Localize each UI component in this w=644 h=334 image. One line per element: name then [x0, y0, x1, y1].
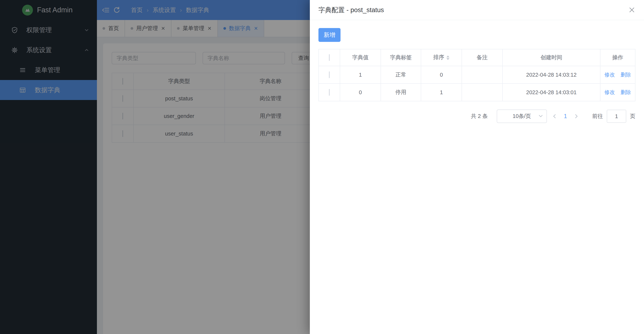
- row-checkbox[interactable]: [329, 89, 330, 96]
- drawer-body: 新增 字典值 字典标签 排序 备注 创建时间: [310, 20, 644, 123]
- table-row[interactable]: 1 正常 0 2022-04-28 14:03:12 修改删除: [319, 66, 635, 83]
- row-checkbox[interactable]: [329, 71, 330, 78]
- column-header: 字典标签: [381, 49, 421, 66]
- column-header: 备注: [462, 49, 502, 66]
- column-header: 操作: [600, 49, 635, 66]
- page-suffix-label: 页: [630, 112, 636, 120]
- cell-dict-label: 正常: [381, 66, 421, 83]
- sort-caret-icon[interactable]: [446, 54, 450, 61]
- cell-remark: [462, 66, 502, 83]
- pagination-total: 共 2 条: [471, 112, 488, 120]
- cell-actions: 修改删除: [600, 66, 635, 83]
- cell-sort: 1: [421, 83, 462, 101]
- cell-actions: 修改删除: [600, 83, 635, 101]
- dict-config-drawer: 字典配置 - post_status 新增 字典值 字典标签: [310, 0, 644, 334]
- page-size-value: 10条/页: [513, 112, 531, 120]
- add-button[interactable]: 新增: [318, 28, 340, 42]
- column-header: 字典值: [340, 49, 381, 66]
- goto-label: 前往: [592, 112, 603, 120]
- cell-created-time: 2022-04-28 14:03:01: [502, 83, 600, 101]
- dict-items-table: 字典值 字典标签 排序 备注 创建时间 操作 1 正常: [318, 49, 636, 101]
- cell-sort: 0: [421, 66, 462, 83]
- chevron-down-icon: [539, 115, 543, 117]
- column-header-sortable[interactable]: 排序: [421, 49, 462, 66]
- cell-dict-value: 1: [340, 66, 381, 83]
- column-header: 创建时间: [502, 49, 600, 66]
- delete-link[interactable]: 删除: [620, 89, 631, 95]
- column-header-label: 排序: [433, 54, 444, 60]
- prev-page-icon[interactable]: [552, 113, 557, 119]
- cell-dict-value: 0: [340, 83, 381, 101]
- select-all-checkbox[interactable]: [329, 54, 330, 61]
- table-row[interactable]: 0 停用 1 2022-04-28 14:03:01 修改删除: [319, 83, 635, 101]
- page-number-current[interactable]: 1: [562, 113, 568, 120]
- close-icon[interactable]: [628, 6, 636, 13]
- edit-link[interactable]: 修改: [604, 89, 615, 95]
- page-size-select[interactable]: 10条/页: [497, 109, 547, 123]
- drawer-title: 字典配置 - post_status: [318, 5, 384, 14]
- cell-dict-label: 停用: [381, 83, 421, 101]
- cell-remark: [462, 83, 502, 101]
- next-page-icon[interactable]: [574, 113, 579, 119]
- drawer-header: 字典配置 - post_status: [310, 0, 644, 20]
- table-header-row: 字典值 字典标签 排序 备注 创建时间 操作: [319, 49, 635, 66]
- pagination: 共 2 条 10条/页 1 前往 页: [318, 109, 636, 123]
- app-root: Fast Admin 权限管理: [0, 0, 644, 334]
- cell-created-time: 2022-04-28 14:03:12: [502, 66, 600, 83]
- edit-link[interactable]: 修改: [604, 72, 615, 77]
- delete-link[interactable]: 删除: [620, 72, 631, 77]
- goto-page-input[interactable]: [607, 110, 626, 123]
